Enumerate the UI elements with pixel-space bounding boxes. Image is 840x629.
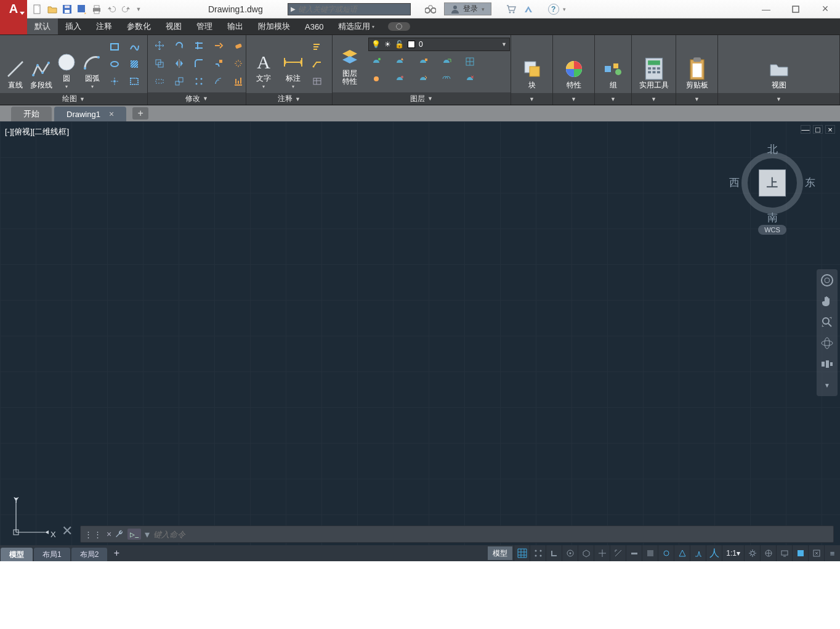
layer-states-icon[interactable] [438, 55, 454, 68]
region-icon[interactable] [126, 75, 142, 88]
leader-icon[interactable] [309, 40, 325, 54]
move-icon[interactable] [151, 39, 168, 52]
cmd-settings-icon[interactable] [115, 529, 124, 540]
ellipse-icon[interactable] [107, 57, 123, 71]
explode-icon[interactable] [230, 57, 246, 70]
mirror-icon[interactable] [171, 57, 187, 70]
compass-north[interactable]: 北 [767, 142, 778, 156]
polyline-button[interactable]: 多段线 [28, 38, 54, 91]
dimension-button[interactable]: 标注▾ [278, 38, 308, 91]
qat-saveas-icon[interactable] [75, 2, 89, 16]
layer-properties-button[interactable]: 图层 特性 [335, 38, 365, 87]
viewcube-top-face[interactable]: 上 [759, 169, 786, 197]
status-cycling-icon[interactable] [658, 545, 674, 561]
file-tab-start[interactable]: 开始 [11, 107, 52, 121]
status-annoscale-icon[interactable] [674, 545, 690, 561]
status-model-chip[interactable]: 模型 [488, 546, 512, 560]
minimize-button[interactable]: — [751, 0, 781, 18]
qat-save-icon[interactable] [60, 2, 74, 16]
tab-addin[interactable]: 附加模块 [251, 18, 297, 34]
nav-zoom-icon[interactable] [820, 315, 834, 330]
vp-close-icon[interactable]: × [825, 125, 835, 134]
cmd-grip-icon[interactable]: ⋮⋮ [84, 530, 103, 539]
nav-dropdown-icon[interactable]: ▼ [820, 378, 834, 392]
vp-maximize-icon[interactable]: □ [813, 125, 823, 134]
panel-title-group[interactable]: ▼ [595, 93, 631, 105]
panel-title-layer[interactable]: 图层▼ [333, 92, 511, 105]
panel-title-draw[interactable]: 绘图▼ [0, 93, 147, 105]
trim-icon[interactable] [191, 39, 207, 52]
layout-tab-layout2[interactable]: 布局2 [71, 548, 108, 561]
tab-insert[interactable]: 插入 [58, 18, 89, 34]
status-osnap-icon[interactable] [594, 545, 610, 561]
panel-title-block[interactable]: ▼ [511, 93, 552, 105]
status-polar-icon[interactable] [562, 545, 578, 561]
command-input[interactable] [153, 530, 830, 539]
viewcube[interactable]: 上 北 南 东 西 WCS [729, 146, 815, 251]
spline-icon[interactable] [126, 40, 142, 54]
tab-view[interactable]: 视图 [158, 18, 189, 34]
app-menu-button[interactable]: A [0, 0, 27, 18]
file-tab-add-button[interactable]: + [132, 107, 148, 120]
qat-open-icon[interactable] [46, 2, 59, 16]
qat-undo-icon[interactable] [105, 2, 118, 16]
status-cleanscreen-icon[interactable] [808, 545, 824, 561]
arc-button[interactable]: 圆弧▾ [79, 38, 105, 91]
fillet-icon[interactable] [191, 57, 207, 70]
layout-add-button[interactable]: + [110, 548, 123, 559]
nav-orbit-icon[interactable] [820, 336, 834, 351]
layer-merge-icon[interactable] [438, 72, 454, 86]
panel-title-util[interactable]: ▼ [632, 93, 676, 105]
layer-prev-icon[interactable] [392, 72, 408, 86]
erase-icon[interactable] [230, 39, 246, 52]
wcs-badge[interactable]: WCS [758, 225, 786, 235]
nav-showmotion-icon[interactable] [820, 357, 834, 371]
status-customize-icon[interactable]: ≡ [824, 545, 840, 561]
qat-print-icon[interactable] [90, 2, 103, 16]
copy-icon[interactable] [151, 57, 168, 70]
status-dynucs-icon[interactable] [690, 545, 706, 561]
tab-annotate[interactable]: 注释 [89, 18, 119, 34]
command-line[interactable]: ⋮⋮ × ▷_ ▾ [80, 526, 834, 543]
status-grid-icon[interactable] [514, 545, 530, 561]
autodesk-icon[interactable] [521, 3, 536, 15]
rect-icon[interactable] [107, 40, 123, 54]
hatch-icon[interactable] [126, 57, 142, 71]
layer-match-icon[interactable] [462, 55, 478, 68]
cmd-prompt-icon[interactable]: ▷_ [127, 529, 141, 540]
offset-icon[interactable] [211, 75, 227, 88]
status-annomon-icon[interactable]: 人 [706, 545, 722, 561]
point-icon[interactable] [107, 75, 123, 88]
scale-icon[interactable] [171, 75, 187, 88]
extend-icon[interactable] [211, 39, 227, 52]
table-icon[interactable] [309, 75, 325, 88]
qat-dropdown-icon[interactable]: ▼ [134, 2, 143, 16]
layer-walk-icon[interactable] [415, 72, 431, 86]
array-icon[interactable] [191, 75, 207, 88]
binoculars-icon[interactable] [423, 3, 438, 15]
compass-east[interactable]: 东 [805, 176, 815, 190]
status-snap-icon[interactable] [530, 545, 546, 561]
group-button[interactable]: 组 [600, 38, 627, 91]
tab-a360[interactable]: A360 [297, 18, 331, 34]
multileader-icon[interactable] [309, 57, 325, 71]
view-button[interactable]: 视图 [765, 38, 793, 91]
qat-new-icon[interactable] [31, 2, 44, 16]
line-button[interactable]: 直线 [2, 38, 28, 91]
tab-output[interactable]: 输出 [220, 18, 251, 34]
tab-parametric[interactable]: 参数化 [119, 18, 158, 34]
nav-wheel-icon[interactable] [820, 273, 834, 288]
ribbon-minimize-toggle[interactable] [388, 22, 410, 31]
search-input[interactable] [298, 5, 408, 14]
login-button[interactable]: 登录 ▾ [444, 2, 491, 15]
utilities-button[interactable]: 实用工具 [636, 38, 672, 91]
viewport-label[interactable]: [-][俯视][二维线框] [5, 126, 69, 137]
file-tab-drawing1[interactable]: Drawing1 [54, 107, 126, 121]
clipboard-button[interactable]: 剪贴板 [684, 38, 711, 91]
layer-off-icon[interactable] [368, 55, 384, 68]
status-transparency-icon[interactable] [642, 545, 658, 561]
layer-lock-icon[interactable] [415, 55, 431, 68]
layer-freeze-icon[interactable] [392, 55, 408, 68]
status-workspace-icon[interactable] [760, 545, 776, 561]
search-go-icon[interactable]: ▶ [291, 6, 296, 12]
